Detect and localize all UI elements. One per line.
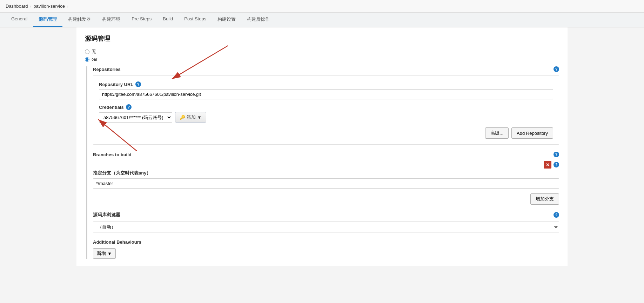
repo-url-help-icon[interactable]: ? [135,81,141,87]
tab-build[interactable]: Build [157,13,179,27]
credentials-label: Credentials [99,105,124,110]
repo-url-input[interactable] [99,89,553,99]
repo-action-buttons: 高级... Add Repository [99,127,553,139]
repositories-help-icon[interactable]: ? [554,66,559,72]
add-credentials-button[interactable]: 🔑 添加 ▼ [175,112,206,123]
tab-build-trigger[interactable]: 构建触发器 [62,13,96,27]
branch-row-help-icon[interactable]: ? [554,162,559,167]
credentials-group: Credentials ? a875667601/****** (码云账号) 🔑… [99,104,553,123]
tab-build-settings[interactable]: 构建设置 [212,13,241,27]
branches-header: Branches to build ? [93,152,559,157]
repositories-header: Repositories ? [93,66,559,72]
branches-help-icon[interactable]: ? [554,152,559,157]
browser-select[interactable]: （自动） [93,222,559,232]
repo-url-label: Repository URL [99,82,133,87]
page-title: 源码管理 [85,34,559,43]
browser-label: 源码库浏览器 [93,212,120,218]
breadcrumb: Dashboard › pavilion-service › [0,0,644,13]
new-behaviour-button[interactable]: 新增 ▼ [93,248,116,259]
breadcrumb-dashboard[interactable]: Dashboard [6,4,28,9]
branch-specifier-label: 指定分支（为空时代表any） [93,170,151,176]
repository-block: Repository URL ? Credentials ? a87566760… [93,75,559,145]
key-icon: 🔑 [180,115,185,120]
repo-url-label-row: Repository URL ? [99,81,553,87]
browser-header: 源码库浏览器 ? [93,212,559,218]
breadcrumb-arrow2: › [67,4,68,8]
branch-specifier-label-row: 指定分支（为空时代表any） [93,170,559,176]
delete-icon: ✕ [546,162,550,167]
browser-help-icon[interactable]: ? [554,212,559,218]
branch-field-group: 指定分支（为空时代表any） [93,170,559,189]
tab-post-build[interactable]: 构建后操作 [241,13,275,27]
repositories-label: Repositories [93,67,121,72]
radio-git-label: Git [92,57,98,62]
behaviours-label: Additional Behaviours [93,239,141,245]
branch-action-buttons: 增加分支 [93,193,559,205]
browser-section: 源码库浏览器 ? （自动） [93,212,559,232]
tab-post-steps[interactable]: Post Steps [179,13,212,27]
radio-none-label: 无 [92,48,96,55]
behaviours-section: Additional Behaviours 新增 ▼ [93,239,559,259]
new-behaviour-arrow: ▼ [107,251,112,256]
radio-git-input[interactable] [85,57,89,62]
radio-none[interactable]: 无 [85,48,559,55]
credentials-row: a875667601/****** (码云账号) 🔑 添加 ▼ [99,112,553,123]
branches-section: Branches to build ? ✕ ? 指定分支（为空时代表any） [93,152,559,205]
behaviours-header: Additional Behaviours [93,239,559,245]
tab-general[interactable]: General [6,13,33,27]
repo-url-group: Repository URL ? [99,81,553,99]
new-behaviour-label: 新增 [97,250,106,257]
advanced-button[interactable]: 高级... [485,127,509,139]
delete-branch-button[interactable]: ✕ [544,161,551,169]
git-section: Repositories ? Repository URL ? Credenti… [86,66,559,259]
radio-git[interactable]: Git [85,57,559,62]
add-repository-button[interactable]: Add Repository [511,127,553,139]
credentials-label-row: Credentials ? [99,104,553,110]
scm-radio-group: 无 Git [85,48,559,62]
breadcrumb-arrow1: › [30,4,32,8]
breadcrumb-service[interactable]: pavilion-service [33,4,65,9]
tab-bar: General 源码管理 构建触发器 构建环境 Pre Steps Build … [0,13,644,27]
radio-none-input[interactable] [85,50,89,54]
credentials-select[interactable]: a875667601/****** (码云账号) [99,112,172,123]
main-content: 源码管理 无 Git Repositories ? [76,27,568,266]
credentials-help-icon[interactable]: ? [126,104,132,110]
add-btn-arrow: ▼ [197,115,202,120]
branches-label: Branches to build [93,152,132,157]
tab-source-management[interactable]: 源码管理 [33,13,62,27]
tab-build-env[interactable]: 构建环境 [96,13,126,27]
add-btn-label: 添加 [187,114,196,120]
add-branch-button[interactable]: 增加分支 [530,193,559,205]
branch-specifier-input[interactable] [93,178,559,189]
tab-pre-steps[interactable]: Pre Steps [126,13,157,27]
